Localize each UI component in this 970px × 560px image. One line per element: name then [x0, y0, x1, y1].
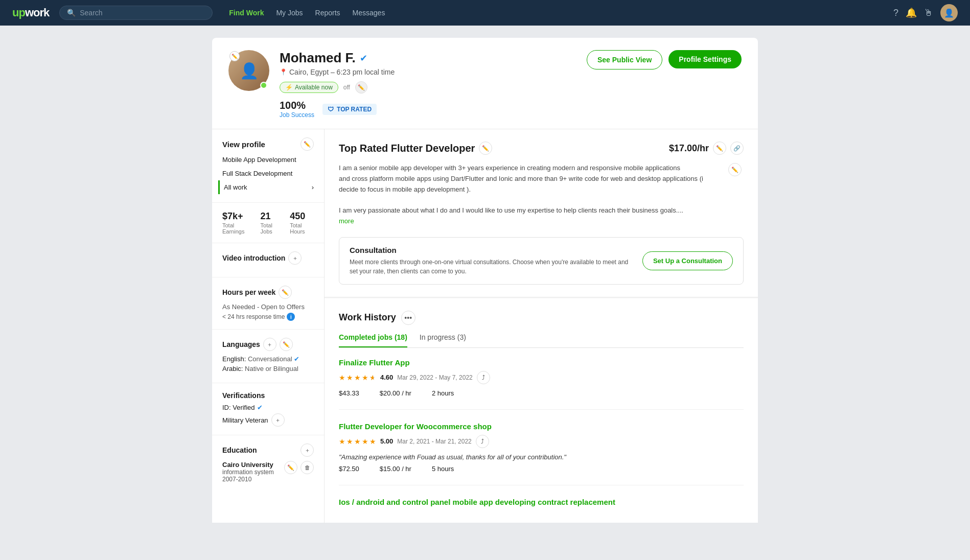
edu-delete-button[interactable]: 🗑 — [301, 461, 314, 474]
video-intro-add-button[interactable]: ＋ — [288, 251, 302, 265]
profile-desc-edit: ✏️ — [728, 163, 744, 227]
job-stats-1: $43.33 $20.00 / hr 2 hours — [339, 389, 744, 397]
search-bar[interactable]: 🔍 — [59, 6, 213, 20]
education-add-button[interactable]: ＋ — [301, 444, 314, 457]
star2-3: ★ — [354, 437, 361, 446]
edu-header: Education ＋ — [222, 444, 314, 457]
nav-my-jobs[interactable]: My Jobs — [276, 9, 303, 17]
nav-reports[interactable]: Reports — [315, 9, 340, 17]
language-add-button[interactable]: ＋ — [263, 338, 276, 351]
avatar-online-indicator — [260, 82, 267, 89]
star-3: ★ — [354, 374, 361, 382]
language-edit-button[interactable]: ✏️ — [280, 338, 293, 351]
profile-rate-edit-button[interactable]: ✏️ — [713, 142, 726, 155]
nav-icons: ? 🔔 🖱 👤 — [893, 4, 958, 21]
language-english: English: Conversational ✔ — [222, 355, 314, 363]
job-item-2: Flutter Developer for Woocommerce shop ★… — [339, 422, 744, 485]
nav-messages[interactable]: Messages — [353, 9, 385, 17]
hours-per-week-label: Hours per week — [222, 288, 275, 296]
job-rate-value-2: $15.00 / hr — [380, 465, 411, 473]
completed-jobs-tab[interactable]: Completed jobs (18) — [339, 333, 407, 347]
job-title-1[interactable]: Finalize Flutter App — [339, 358, 744, 367]
verifications-label: Verifications — [222, 391, 265, 400]
language-arabic: Arabic: Native or Bilingual — [222, 365, 314, 372]
star2-5: ★ — [369, 437, 376, 446]
profile-title-edit-button[interactable]: ✏️ — [479, 142, 492, 155]
total-hours-stat: 450 Total Hours — [290, 211, 314, 235]
job-share-button-1[interactable]: ⤴ — [477, 371, 490, 384]
job-success-label: Job Success — [280, 111, 314, 119]
job-title-3[interactable]: Ios / android and control panel mobile a… — [339, 498, 744, 506]
job-rating-value-1: 4.60 — [380, 374, 393, 381]
profile-desc-edit-button[interactable]: ✏️ — [728, 163, 742, 176]
profile-rate-row: $17.00/hr ✏️ 🔗 — [669, 142, 744, 155]
star-5-half: ★★ — [369, 374, 376, 382]
availability-badge: ⚡ Available now — [280, 82, 338, 93]
response-time: < 24 hrs response time i — [222, 313, 314, 321]
work-history-section: Work History ••• Completed jobs (18) In … — [325, 298, 758, 523]
profile-card-header: Top Rated Flutter Developer ✏️ $17.00/hr… — [339, 142, 744, 155]
help-icon[interactable]: ? — [893, 8, 898, 18]
consult-info: Consultation Meet more clients through o… — [350, 246, 634, 276]
profile-desc-p3: I am very passionate about what I do and… — [339, 205, 720, 216]
verif-military-text: Military Veteran — [222, 416, 268, 424]
profile-settings-button[interactable]: Profile Settings — [668, 50, 742, 68]
location-pin-icon: 📍 — [280, 68, 287, 76]
avatar-edit-button[interactable]: ✏️ — [229, 51, 240, 61]
response-time-text: < 24 hrs response time — [222, 313, 285, 320]
see-public-view-button[interactable]: See Public View — [587, 50, 662, 69]
profile-info: Mohamed F. ✔ 📍 Cairo, Egypt – 6:23 pm lo… — [280, 50, 576, 119]
total-jobs-value: 21 — [261, 211, 282, 222]
page-wrapper: 👤 ✏️ Mohamed F. ✔ 📍 Cairo, Egypt – 6:23 … — [204, 26, 766, 535]
bolt-icon: ⚡ — [285, 84, 293, 91]
job-share-button-2[interactable]: ⤴ — [476, 435, 489, 448]
user-avatar[interactable]: 👤 — [940, 4, 958, 21]
job-success-stat: 100% Job Success — [280, 100, 314, 119]
star-4: ★ — [362, 374, 368, 382]
notifications-icon[interactable]: 🔔 — [906, 7, 917, 18]
nav-find-work[interactable]: Find Work — [229, 9, 264, 17]
job-dates-2: Mar 2, 2021 - Mar 21, 2022 — [397, 438, 471, 445]
profile-desc-p1: I am a senior mobile app developer with … — [339, 163, 720, 174]
top-rated-label: TOP RATED — [337, 106, 372, 113]
sidebar-hours-header: Hours per week ✏️ — [222, 286, 314, 299]
hours-edit-button[interactable]: ✏️ — [279, 286, 292, 299]
verif-id-check-icon: ✔ — [257, 404, 263, 411]
edu-edit-button[interactable]: ✏️ — [284, 461, 297, 474]
logo[interactable]: upwork — [12, 6, 49, 19]
availability-edit-button[interactable]: ✏️ — [355, 81, 367, 94]
in-progress-tab[interactable]: In progress (3) — [420, 333, 466, 347]
sidebar-video-intro-header: Video introduction ＋ — [222, 251, 314, 265]
profile-link-button[interactable]: 🔗 — [730, 142, 744, 155]
verif-id: ID: Verified ✔ — [222, 404, 314, 411]
sidebar-education-section: Education ＋ Cairo University information… — [212, 435, 324, 491]
military-add-button[interactable]: ＋ — [271, 413, 285, 427]
sidebar-verifications-section: Verifications ID: Verified ✔ Military Ve… — [212, 383, 324, 435]
star-1: ★ — [339, 374, 345, 382]
profile-more-link[interactable]: more — [339, 217, 354, 225]
view-profile-edit-button[interactable]: ✏️ — [301, 137, 314, 151]
response-time-info-icon[interactable]: i — [287, 313, 295, 321]
sidebar-mobile-app-link[interactable]: Mobile App Development — [222, 153, 314, 167]
job-title-2[interactable]: Flutter Developer for Woocommerce shop — [339, 422, 744, 431]
verified-icon: ✔ — [360, 53, 367, 64]
total-jobs-stat: 21 Total Jobs — [261, 211, 282, 235]
main-content: View profile ✏️ Mobile App Development F… — [212, 129, 758, 523]
sidebar-fullstack-link[interactable]: Full Stack Development — [222, 167, 314, 180]
cursor-icon[interactable]: 🖱 — [924, 8, 933, 18]
profile-location: 📍 Cairo, Egypt – 6:23 pm local time — [280, 68, 576, 76]
work-history-tabs: Completed jobs (18) In progress (3) — [339, 333, 744, 348]
sidebar-view-profile-header: View profile ✏️ — [222, 137, 314, 151]
sidebar-all-work-link[interactable]: All work › — [218, 180, 314, 194]
education-label: Education — [222, 446, 257, 454]
job-item-1: Finalize Flutter App ★ ★ ★ ★ ★★ 4.60 — [339, 358, 744, 410]
profile-card: Top Rated Flutter Developer ✏️ $17.00/hr… — [325, 129, 758, 297]
search-input[interactable] — [80, 9, 205, 17]
total-jobs-label: Total Jobs — [261, 222, 282, 235]
sidebar-languages-header: Languages ＋ ✏️ — [222, 338, 314, 351]
arabic-level: Native or Bilingual — [245, 365, 298, 372]
total-hours-label: Total Hours — [290, 222, 314, 235]
setup-consultation-button[interactable]: Set Up a Consultation — [642, 251, 733, 270]
profile-actions: See Public View Profile Settings — [587, 50, 742, 69]
work-history-menu-button[interactable]: ••• — [401, 311, 415, 325]
